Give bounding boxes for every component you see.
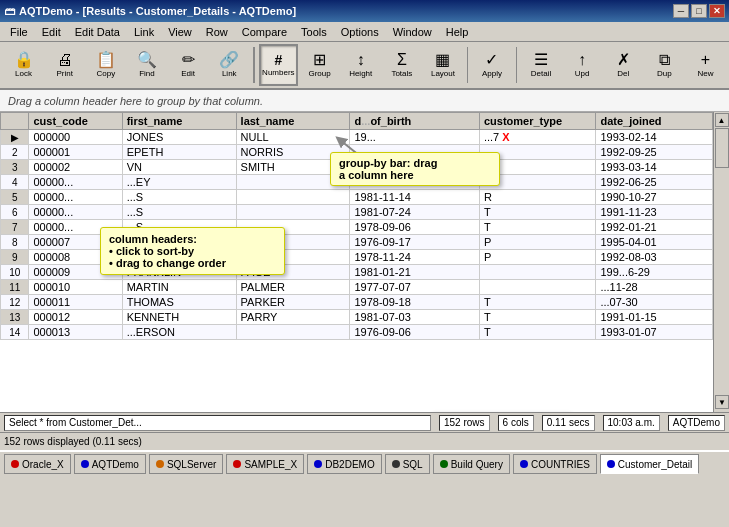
close-btn[interactable]: ✕ — [709, 4, 725, 18]
taskbar-label-db2demo: DB2DEMO — [325, 459, 374, 470]
menu-link[interactable]: Link — [128, 24, 160, 40]
cell-ctype — [479, 280, 596, 295]
col-header-first-name[interactable]: first_name — [122, 113, 236, 130]
status-rows: 152 rows — [439, 415, 490, 431]
taskbar-customerdetail[interactable]: Customer_Detail — [600, 454, 699, 474]
groupby-text: Drag a column header here to group by th… — [8, 95, 263, 107]
tool-numbers[interactable]: # Numbers — [259, 44, 298, 86]
taskbar-buildquery[interactable]: Build Query — [433, 454, 510, 474]
col-header-cust-code[interactable]: cust_code — [29, 113, 122, 130]
cell-first-name: ...EY — [122, 175, 236, 190]
scroll-up-btn[interactable]: ▲ — [715, 113, 729, 127]
table-row[interactable]: 13 000012 KENNETH PARRY 1981-07-03 T 199… — [1, 310, 713, 325]
col-header-ctype[interactable]: customer_type — [479, 113, 596, 130]
menu-row[interactable]: Row — [200, 24, 234, 40]
cell-dob: 1977-07-07 — [350, 280, 479, 295]
cell-dob: 1978-11-24 — [350, 250, 479, 265]
tool-lock[interactable]: 🔒 Lock — [4, 44, 43, 86]
cell-ctype: R — [479, 190, 596, 205]
table-row[interactable]: ▶ 000000 JONES NULL 19... ...7 X 1993-02… — [1, 130, 713, 145]
cell-date-joined: ...11-28 — [596, 280, 713, 295]
copy-icon: 📋 — [96, 52, 116, 68]
taskbar-sqlserver[interactable]: SQLServer — [149, 454, 223, 474]
table-row[interactable]: 12 000011 THOMAS PARKER 1978-09-18 T ...… — [1, 295, 713, 310]
col-header-rownum[interactable] — [1, 113, 29, 130]
taskbar-samplex[interactable]: SAMPLE_X — [226, 454, 304, 474]
col-header-dob[interactable]: d...of_birth — [350, 113, 479, 130]
cell-date-joined: 199...6-29 — [596, 265, 713, 280]
callout-col-line1: column headers: — [109, 233, 197, 245]
table-row[interactable]: 6 00000... ...S 1981-07-24 T 1991-11-23 — [1, 205, 713, 220]
minimize-btn[interactable]: ─ — [673, 4, 689, 18]
main-content: ▲ ▼ cust_code first_name last_name d...o… — [0, 112, 729, 412]
row-num: 10 — [1, 265, 29, 280]
menu-editdata[interactable]: Edit Data — [69, 24, 126, 40]
taskbar-aqtdemo[interactable]: AQTDemo — [74, 454, 146, 474]
scroll-thumb[interactable] — [715, 128, 729, 168]
link-icon: 🔗 — [219, 52, 239, 68]
menu-window[interactable]: Window — [387, 24, 438, 40]
tool-copy[interactable]: 📋 Copy — [86, 44, 125, 86]
tool-find[interactable]: 🔍 Find — [127, 44, 166, 86]
lock-icon: 🔒 — [14, 52, 34, 68]
col-header-last-name[interactable]: last_name — [236, 113, 350, 130]
cell-ctype: T — [479, 325, 596, 340]
bottom-status-text: 152 rows displayed (0.11 secs) — [4, 436, 142, 447]
cell-last-name — [236, 325, 350, 340]
menu-view[interactable]: View — [162, 24, 198, 40]
print-icon: 🖨 — [57, 52, 73, 68]
col-header-date-joined[interactable]: date_joined — [596, 113, 713, 130]
cell-cust-code: 000013 — [29, 325, 122, 340]
tool-detail[interactable]: ☰ Detail — [521, 44, 560, 86]
data-table: cust_code first_name last_name d...of_bi… — [0, 112, 713, 340]
tool-upd[interactable]: ↑ Upd — [563, 44, 602, 86]
taskbar-sql[interactable]: SQL — [385, 454, 430, 474]
tool-height[interactable]: ↕ Height — [341, 44, 380, 86]
cell-cust-code: 000001 — [29, 145, 122, 160]
cell-date-joined: 1991-01-15 — [596, 310, 713, 325]
tool-print[interactable]: 🖨 Print — [45, 44, 84, 86]
cell-ctype: T — [479, 310, 596, 325]
taskbar-countries[interactable]: COUNTRIES — [513, 454, 597, 474]
tool-apply[interactable]: ✓ Apply — [472, 44, 511, 86]
taskbar-db2demo[interactable]: DB2DEMO — [307, 454, 381, 474]
cell-date-joined: 1993-01-07 — [596, 325, 713, 340]
menu-help[interactable]: Help — [440, 24, 475, 40]
table-row[interactable]: 14 000013 ...ERSON 1976-09-06 T 1993-01-… — [1, 325, 713, 340]
menu-compare[interactable]: Compare — [236, 24, 293, 40]
cell-ctype: T — [479, 295, 596, 310]
tool-dup[interactable]: ⧉ Dup — [645, 44, 684, 86]
menu-options[interactable]: Options — [335, 24, 385, 40]
cell-ctype: T — [479, 220, 596, 235]
cell-first-name: VN — [122, 160, 236, 175]
menu-tools[interactable]: Tools — [295, 24, 333, 40]
tool-del[interactable]: ✗ Del — [604, 44, 643, 86]
scroll-down-btn[interactable]: ▼ — [715, 395, 729, 409]
new-icon: + — [701, 52, 710, 68]
taskbar-oracle[interactable]: Oracle_X — [4, 454, 71, 474]
groupby-bar[interactable]: Drag a column header here to group by th… — [0, 90, 729, 112]
table-row[interactable]: 5 00000... ...S 1981-11-14 R 1990-10-27 — [1, 190, 713, 205]
taskbar-dot-sqlserver — [156, 460, 164, 468]
cell-dob: 1981-11-14 — [350, 190, 479, 205]
cell-first-name: ...S — [122, 205, 236, 220]
row-num: 6 — [1, 205, 29, 220]
tool-group[interactable]: ⊞ Group — [300, 44, 339, 86]
tool-edit[interactable]: ✏ Edit — [169, 44, 208, 86]
row-num: 3 — [1, 160, 29, 175]
menu-file[interactable]: File — [4, 24, 34, 40]
tool-layout[interactable]: ▦ Layout — [423, 44, 462, 86]
tool-link[interactable]: 🔗 Link — [210, 44, 249, 86]
taskbar-dot-db2demo — [314, 460, 322, 468]
restore-btn[interactable]: □ — [691, 4, 707, 18]
scrollbar-right[interactable]: ▲ ▼ — [713, 112, 729, 412]
tool-totals[interactable]: Σ Totals — [382, 44, 421, 86]
taskbar-label-sqlserver: SQLServer — [167, 459, 216, 470]
taskbar-dot-buildquery — [440, 460, 448, 468]
tool-new[interactable]: + New — [686, 44, 725, 86]
menu-edit[interactable]: Edit — [36, 24, 67, 40]
cell-cust-code: 00000... — [29, 205, 122, 220]
cell-ctype: P — [479, 250, 596, 265]
table-row[interactable]: 11 000010 MARTIN PALMER 1977-07-07 ...11… — [1, 280, 713, 295]
detail-icon: ☰ — [534, 52, 548, 68]
